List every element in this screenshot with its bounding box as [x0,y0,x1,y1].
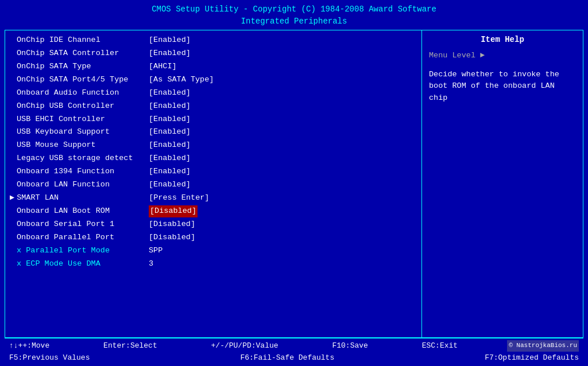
item-name-audio-function: Onboard Audio Function [17,87,149,99]
menu-item-1394-function[interactable]: Onboard 1394 Function[Enabled] [5,165,421,178]
header-line1: CMOS Setup Utility - Copyright (C) 1984-… [0,3,588,15]
footer: ↑↓++:Move Enter:Select +/-/PU/PD:Value F… [5,338,583,366]
item-name-lan-boot-rom: Onboard LAN Boot ROM [17,205,149,217]
menu-item-parallel-port[interactable]: Onboard Parallel Port[Disabled] [5,231,421,244]
item-name-ecp-dma: x ECP Mode Use DMA [17,258,149,270]
menu-item-sata-type[interactable]: OnChip SATA Type[AHCI] [5,60,421,73]
menu-item-lan-function[interactable]: Onboard LAN Function[Enabled] [5,178,421,192]
help-text: Decide whether to invoke the boot ROM of… [429,69,576,104]
item-name-1394-function: Onboard 1394 Function [17,166,149,178]
item-name-usb-mouse: USB Mouse Support [17,139,149,151]
item-value-ecp-dma: 3 [149,258,153,270]
menu-item-serial-port1[interactable]: Onboard Serial Port 1[Disabled] [5,218,421,231]
menu-item-ecp-dma[interactable]: x ECP Mode Use DMA3 [5,258,421,271]
item-name-usb-keyboard: USB Keyboard Support [17,126,149,138]
item-value-parallel-mode: SPP [149,245,163,257]
bios-screen: CMOS Setup Utility - Copyright (C) 1984-… [0,0,588,366]
footer-hint-value: +/-/PU/PD:Value [211,340,278,352]
item-name-sata-type: OnChip SATA Type [17,61,149,73]
item-name-parallel-mode: x Parallel Port Mode [17,245,149,257]
item-value-lan-boot-rom: [Disabled] [149,205,198,217]
menu-item-sata-port45[interactable]: OnChip SATA Port4/5 Type[As SATA Type] [5,73,421,87]
menu-level-arrow: ► [480,51,485,60]
menu-item-parallel-mode[interactable]: x Parallel Port ModeSPP [5,244,421,258]
item-value-sata-type: [AHCI] [149,61,177,73]
item-name-usb-controller: OnChip USB Controller [17,100,149,112]
item-value-usb-mouse: [Enabled] [149,139,191,151]
main-content: OnChip IDE Channel[Enabled]OnChip SATA C… [5,30,583,338]
watermark: © NastrojkaBios.ru [507,340,579,352]
menu-item-usb-ehci[interactable]: USB EHCI Controller[Enabled] [5,113,421,126]
menu-item-legacy-usb[interactable]: Legacy USB storage detect[Enabled] [5,152,421,165]
help-title: Item Help [429,35,576,44]
menu-item-ide-channel[interactable]: OnChip IDE Channel[Enabled] [5,34,421,47]
footer-hint-prev: F5:Previous Values [9,352,90,364]
item-name-legacy-usb: Legacy USB storage detect [17,153,149,165]
item-name-smart-lan: SMART LAN [17,192,149,204]
menu-item-usb-keyboard[interactable]: USB Keyboard Support[Enabled] [5,126,421,139]
item-value-sata-controller: [Enabled] [149,48,191,60]
menu-level-label: Menu Level [429,51,475,60]
item-value-usb-keyboard: [Enabled] [149,126,191,138]
menu-level-row: Menu Level ► [429,51,576,60]
footer-hint-move: ↑↓++:Move [9,340,49,352]
header-line2: Integrated Peripherals [0,15,588,28]
item-value-usb-ehci: [Enabled] [149,114,191,126]
item-name-serial-port1: Onboard Serial Port 1 [17,219,149,231]
item-name-sata-controller: OnChip SATA Controller [17,48,149,60]
menu-item-sata-controller[interactable]: OnChip SATA Controller[Enabled] [5,47,421,60]
footer-row1: ↑↓++:Move Enter:Select +/-/PU/PD:Value F… [9,340,579,352]
item-name-usb-ehci: USB EHCI Controller [17,114,149,126]
item-value-1394-function: [Enabled] [149,166,191,178]
item-value-sata-port45: [As SATA Type] [149,74,214,86]
footer-hint-save: F10:Save [332,340,368,352]
footer-hint-esc: ESC:Exit [422,340,458,352]
arrow-icon: ▶ [10,192,14,204]
item-value-smart-lan: [Press Enter] [149,192,209,204]
item-value-usb-controller: [Enabled] [149,100,191,112]
right-panel: Item Help Menu Level ► Decide whether to… [422,30,583,337]
item-name-sata-port45: OnChip SATA Port4/5 Type [17,74,149,86]
footer-row2: F5:Previous Values F6:Fail-Safe Defaults… [9,352,579,364]
menu-item-lan-boot-rom[interactable]: Onboard LAN Boot ROM[Disabled] [5,205,421,218]
item-value-serial-port1: [Disabled] [149,219,195,231]
menu-item-usb-controller[interactable]: OnChip USB Controller[Enabled] [5,100,421,113]
item-value-legacy-usb: [Enabled] [149,153,191,165]
item-value-lan-function: [Enabled] [149,179,191,191]
item-name-ide-channel: OnChip IDE Channel [17,34,149,46]
menu-item-audio-function[interactable]: Onboard Audio Function[Enabled] [5,87,421,100]
footer-hint-failsafe: F6:Fail-Safe Defaults [240,352,334,364]
item-name-parallel-port: Onboard Parallel Port [17,232,149,244]
left-panel: OnChip IDE Channel[Enabled]OnChip SATA C… [5,30,422,337]
menu-item-usb-mouse[interactable]: USB Mouse Support[Enabled] [5,139,421,152]
item-value-audio-function: [Enabled] [149,87,191,99]
item-name-lan-function: Onboard LAN Function [17,179,149,191]
item-value-ide-channel: [Enabled] [149,34,191,46]
footer-hint-select: Enter:Select [103,340,157,352]
footer-hint-optimized: F7:Optimized Defaults [485,352,579,364]
menu-item-smart-lan[interactable]: ▶ SMART LAN[Press Enter] [5,192,421,205]
item-value-parallel-port: [Disabled] [149,232,195,244]
header: CMOS Setup Utility - Copyright (C) 1984-… [0,0,588,30]
